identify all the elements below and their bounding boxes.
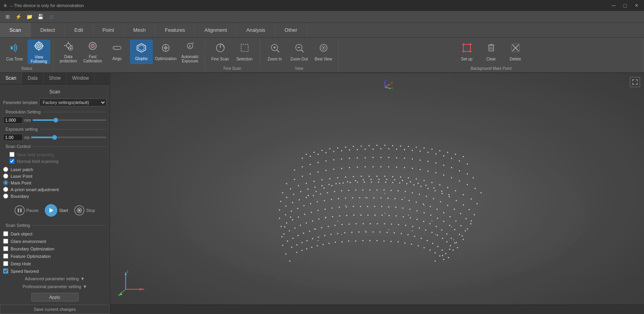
menu-scan[interactable]: Scan (0, 23, 31, 37)
stop-icon (74, 205, 84, 215)
check-dark-object[interactable]: Dark object (3, 230, 106, 237)
menu-point[interactable]: Point (93, 23, 124, 37)
svg-point-135 (473, 177, 474, 179)
normal-field-checkbox[interactable] (9, 159, 15, 164)
panel-tab-data[interactable]: Data (22, 73, 43, 84)
menu-edit[interactable]: Edit (65, 23, 93, 37)
restore-btn[interactable]: □ (621, 2, 629, 9)
ribbon-btn-best-view[interactable]: Best View (312, 40, 335, 64)
svg-point-45 (469, 44, 471, 46)
qt-icon-lightning[interactable]: ⚡ (14, 13, 23, 21)
ribbon-btn-zoom-in[interactable]: Zoom In (263, 40, 286, 64)
professional-param-expand[interactable]: Professional parameter setting ▼ (3, 283, 106, 290)
ribbon-btn-optimization[interactable]: Optimization (154, 40, 177, 64)
advanced-param-expand[interactable]: Advanced parameter setting ▼ (3, 275, 106, 283)
svg-point-106 (428, 152, 429, 153)
svg-point-215 (469, 209, 470, 210)
svg-point-259 (366, 197, 368, 199)
panel-content: Scan Parameter template Factory settings… (0, 84, 110, 303)
near-field-checkbox[interactable] (9, 152, 15, 157)
ribbon-btn-zoom-out[interactable]: Zoom Out (288, 40, 311, 64)
svg-point-447 (365, 197, 366, 198)
mode-mark-point[interactable]: Mark Point (3, 179, 106, 186)
qt-icon-diamond[interactable]: ◇ (47, 13, 56, 21)
panel-tab-scan[interactable]: Scan (0, 73, 22, 84)
menu-other[interactable]: Other (275, 23, 307, 37)
exposure-slider[interactable] (31, 137, 106, 138)
svg-point-293 (402, 208, 404, 209)
ribbon-btn-auto-exposure[interactable]: A Automatic Exposure (179, 40, 201, 64)
svg-point-200 (364, 182, 365, 183)
resolution-slider[interactable] (33, 119, 106, 121)
svg-point-421 (371, 179, 372, 180)
svg-point-342 (342, 224, 343, 225)
qt-icon-save[interactable]: 💾 (36, 13, 45, 21)
exposure-input[interactable] (3, 134, 23, 141)
pause-button[interactable]: Pause (15, 205, 38, 215)
ribbon-btn-delete[interactable]: Delete (504, 40, 527, 64)
param-template-select[interactable]: Factory settings(default) (39, 99, 106, 106)
check-boundary-opt[interactable]: Boundary Optimization (3, 245, 106, 252)
minimize-btn[interactable]: ─ (609, 2, 618, 9)
ribbon-btn-cue-tone[interactable]: Cue Tone (3, 40, 26, 64)
svg-point-335 (298, 235, 299, 236)
svg-point-235 (405, 191, 406, 192)
svg-point-363 (302, 242, 303, 243)
ribbon-btn-glopho[interactable]: Glopho (130, 40, 153, 64)
ribbon-btn-data-protection[interactable]: Data protection (57, 40, 80, 64)
svg-point-77 (369, 145, 370, 146)
qt-icon-grid[interactable]: ⊞ (3, 13, 12, 21)
menu-detect[interactable]: Detect (31, 23, 65, 37)
menu-mesh[interactable]: Mesh (124, 23, 156, 37)
mode-laser-patch[interactable]: Laser patch (3, 166, 106, 173)
svg-point-74 (345, 147, 346, 148)
delete-label: Delete (510, 57, 521, 61)
viewport[interactable]: X Y Z (110, 73, 644, 314)
panel-tab-window[interactable]: Window (67, 73, 95, 84)
ribbon-btn-airgo[interactable]: ↔ Airgo (106, 40, 128, 64)
svg-point-102 (396, 149, 397, 150)
glare-env-label: Glare environment (11, 239, 46, 244)
check-deep-hole[interactable]: Deep Hole (3, 260, 106, 267)
check-feature-opt[interactable]: Feature Optimization (3, 252, 106, 260)
stop-button[interactable]: Stop (74, 205, 95, 215)
mode-apriori[interactable]: A-priori smart adjustment (3, 186, 106, 193)
axis-gizmo: Z X Y (118, 270, 145, 298)
resolution-input[interactable] (3, 117, 23, 124)
exposure-header: Exposure setting (3, 127, 106, 131)
ribbon-btn-fine-scan[interactable]: Fine Scan (209, 40, 232, 64)
menu-features[interactable]: Features (156, 23, 195, 37)
menu-analysis[interactable]: Analysis (237, 23, 275, 37)
svg-marker-21 (137, 44, 146, 52)
resolution-header: Resolution Setting (3, 110, 106, 114)
ribbon-btn-fast-calib[interactable]: Fast Calibration (81, 40, 104, 64)
svg-point-150 (396, 167, 397, 168)
ribbon-btn-clear[interactable]: Clear (480, 40, 503, 64)
svg-point-424 (394, 179, 395, 181)
svg-point-175 (384, 176, 386, 177)
ribbon-btn-setup[interactable]: Set up (456, 40, 478, 64)
svg-point-331 (454, 243, 456, 244)
save-button[interactable]: Save current changes (0, 305, 110, 314)
svg-point-80 (392, 145, 393, 146)
svg-point-264 (402, 199, 403, 200)
ribbon-btn-selection[interactable]: Selection (233, 40, 256, 64)
svg-point-189 (286, 197, 287, 198)
svg-point-373 (366, 232, 367, 233)
start-button[interactable]: Start (45, 204, 68, 217)
panel-tab-show[interactable]: Show (44, 73, 67, 84)
check-speed-favored[interactable]: Speed favored (3, 267, 106, 275)
close-btn[interactable]: ✕ (632, 2, 641, 9)
ribbon-btn-view-following[interactable]: View Following (27, 40, 50, 64)
svg-point-404 (398, 241, 399, 243)
mode-boundary[interactable]: Boundary (3, 193, 106, 199)
menu-alignment[interactable]: Alignment (195, 23, 237, 37)
svg-point-126 (404, 158, 405, 159)
check-glare-env[interactable]: Glare environment (3, 237, 106, 245)
apply-button[interactable]: Apply (31, 293, 79, 301)
svg-point-402 (384, 241, 385, 242)
svg-point-288 (367, 206, 368, 207)
qt-icon-folder[interactable]: 📁 (25, 13, 34, 21)
deep-hole-label: Deep Hole (11, 261, 31, 266)
mode-laser-point[interactable]: Laser Point (3, 173, 106, 179)
